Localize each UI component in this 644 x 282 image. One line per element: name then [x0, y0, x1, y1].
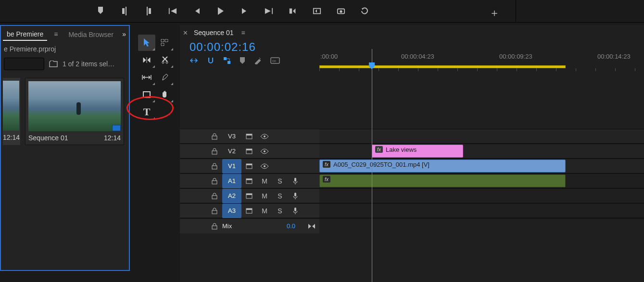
hand-tool[interactable] — [156, 86, 174, 103]
button-editor-icon[interactable]: ＋ — [489, 6, 500, 20]
rectangle-tool[interactable] — [138, 86, 155, 103]
project-item-sequence[interactable]: Sequence 01 12:14 — [25, 78, 124, 145]
timeline-panel-menu-icon[interactable]: ≡ — [240, 27, 247, 38]
sequence-badge-icon — [112, 125, 121, 131]
export-frame-icon[interactable] — [337, 7, 345, 15]
step-back-icon[interactable] — [192, 7, 201, 15]
track-header-v3: V3 — [180, 129, 319, 143]
lock-icon[interactable] — [207, 189, 222, 203]
tab-project[interactable]: be Premiere — [3, 27, 47, 41]
mix-value[interactable]: 0.0 — [287, 222, 295, 230]
mark-out-end-icon[interactable] — [144, 7, 153, 15]
project-item-clip[interactable]: 12:14 — [3, 78, 20, 145]
tab-media-browser[interactable]: Media Browser — [64, 28, 117, 40]
timeline-settings-icon[interactable] — [254, 57, 262, 64]
voice-over-icon[interactable] — [288, 204, 303, 218]
track-a3-label[interactable]: A3 — [222, 204, 241, 218]
track-v2-label[interactable]: V2 — [222, 144, 241, 159]
lock-icon[interactable] — [207, 144, 222, 159]
close-sequence-icon[interactable]: ✕ — [183, 29, 188, 37]
clip-label: Lake views — [386, 146, 417, 153]
sync-lock-icon[interactable] — [241, 144, 257, 159]
insert-icon[interactable] — [289, 7, 297, 15]
lock-icon[interactable] — [207, 129, 222, 144]
mute-button[interactable]: M — [257, 189, 272, 203]
svg-rect-9 — [143, 92, 150, 98]
sequence-tab[interactable]: Sequence 01 — [191, 27, 237, 38]
overwrite-icon[interactable] — [313, 7, 321, 15]
track-v3-label[interactable]: V3 — [222, 129, 241, 144]
new-bin-icon[interactable] — [49, 61, 58, 67]
track-v1-label[interactable]: V1 — [222, 159, 241, 173]
solo-button[interactable]: S — [272, 204, 288, 218]
go-to-in-icon[interactable] — [168, 7, 177, 15]
time-ruler[interactable]: :00:00 00:00:04:23 00:00:09:23 00:00:14:… — [319, 49, 644, 70]
overflow-tabs-icon[interactable]: » — [122, 30, 126, 38]
title-clip[interactable]: fx Lake views — [372, 145, 463, 158]
track-v3: V3 — [180, 129, 644, 144]
panel-menu-icon[interactable]: ≡ — [52, 28, 60, 40]
mix-label[interactable]: Mix — [222, 219, 245, 233]
audio-clip[interactable]: fx — [319, 174, 566, 187]
track-a2-label[interactable]: A2 — [222, 189, 241, 203]
playhead[interactable] — [372, 49, 372, 282]
play-icon[interactable] — [216, 7, 225, 15]
lock-icon[interactable] — [207, 159, 222, 173]
linked-selection-icon[interactable] — [223, 57, 231, 64]
track-body-v3[interactable] — [319, 129, 644, 143]
mark-out-start-icon[interactable] — [120, 7, 129, 15]
pen-tool[interactable] — [156, 69, 174, 86]
razor-tool[interactable] — [156, 52, 174, 68]
lock-icon[interactable] — [207, 174, 222, 188]
snap-icon[interactable] — [207, 57, 215, 64]
marker-icon[interactable] — [240, 57, 245, 64]
svg-rect-18 — [212, 151, 217, 154]
selection-tool[interactable] — [138, 35, 155, 51]
mute-button[interactable]: M — [257, 204, 272, 218]
slip-tool[interactable] — [138, 69, 155, 86]
type-tool[interactable]: T — [138, 104, 155, 120]
captions-icon[interactable]: cc — [270, 57, 280, 64]
svg-rect-14 — [212, 136, 217, 139]
toggle-output-icon[interactable] — [257, 144, 272, 159]
voice-over-icon[interactable] — [288, 174, 303, 188]
playhead-timecode[interactable]: 00:00:02:16 — [189, 40, 319, 54]
track-header-a1: A1 M S — [180, 174, 319, 188]
lock-icon[interactable] — [207, 219, 222, 233]
mark-in-icon[interactable] — [96, 7, 105, 15]
ripple-edit-tool[interactable] — [138, 52, 155, 68]
insert-mode-icon[interactable] — [189, 57, 198, 64]
sync-lock-icon[interactable] — [241, 204, 257, 218]
track-body-a2[interactable] — [319, 189, 644, 203]
cycle-icon[interactable] — [361, 7, 369, 15]
voice-over-icon[interactable] — [288, 189, 303, 203]
toolbar-divider — [516, 0, 516, 23]
sync-lock-icon[interactable] — [241, 129, 257, 144]
ruler-label: 00:00:04:23 — [401, 53, 434, 60]
toggle-output-icon[interactable] — [257, 129, 272, 144]
track-body-v1[interactable]: fx A005_C029_0925TO_001.mp4 [V] — [319, 159, 644, 173]
track-body-v2[interactable]: fx Lake views — [319, 144, 644, 158]
search-input[interactable] — [4, 58, 44, 70]
track-a1-label[interactable]: A1 — [222, 174, 241, 188]
project-thumbnails: 12:14 Sequence 01 12:14 — [1, 72, 129, 151]
sync-lock-icon[interactable] — [241, 159, 257, 173]
svg-rect-20 — [246, 149, 252, 150]
output-icon[interactable] — [304, 219, 319, 233]
sync-lock-icon[interactable] — [241, 174, 257, 188]
sync-lock-icon[interactable] — [241, 189, 257, 203]
step-forward-icon[interactable] — [240, 7, 249, 15]
video-clip[interactable]: fx A005_C029_0925TO_001.mp4 [V] — [319, 159, 566, 172]
go-to-out-icon[interactable] — [265, 7, 273, 15]
toggle-output-icon[interactable] — [257, 159, 272, 173]
timeline-panel: ✕ Sequence 01 ≡ 00:00:02:16 — [180, 25, 644, 282]
lock-icon[interactable] — [207, 204, 222, 218]
track-body-a3[interactable] — [319, 204, 644, 218]
solo-button[interactable]: S — [272, 189, 288, 203]
mute-button[interactable]: M — [257, 174, 272, 188]
track-select-tool[interactable] — [156, 35, 174, 51]
track-body-a1[interactable]: fx — [319, 174, 644, 188]
svg-rect-32 — [246, 194, 252, 195]
solo-button[interactable]: S — [272, 174, 288, 188]
svg-rect-37 — [294, 208, 296, 211]
